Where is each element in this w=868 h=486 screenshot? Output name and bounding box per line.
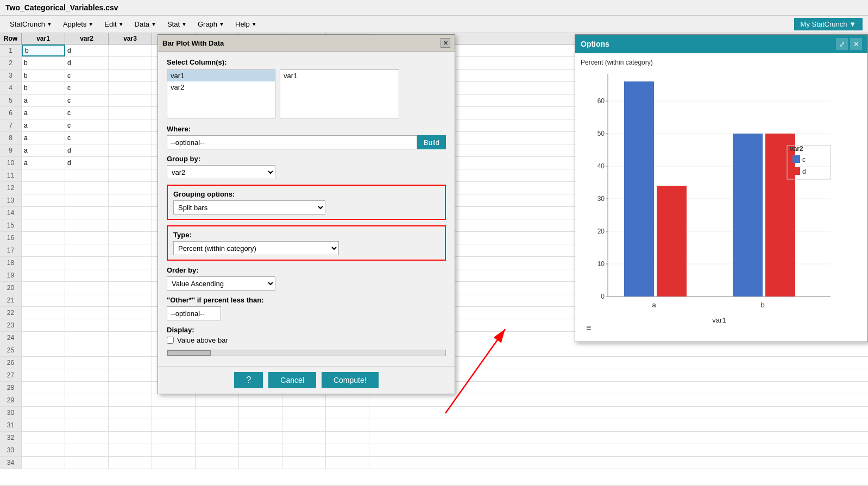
group-by-select[interactable]: var2: [167, 165, 275, 179]
menu-statcrunch[interactable]: StatCrunch ▼: [5, 18, 56, 30]
cell-other[interactable]: [109, 182, 152, 194]
cell-var2[interactable]: [65, 332, 109, 344]
cell-other[interactable]: [326, 457, 369, 469]
cell-var1[interactable]: [22, 344, 65, 356]
cell-other[interactable]: [326, 419, 369, 431]
help-button[interactable]: ?: [234, 372, 263, 388]
menu-applets[interactable]: Applets ▼: [59, 18, 98, 30]
cell-other[interactable]: [239, 432, 282, 444]
cell-var2[interactable]: [65, 294, 109, 306]
cell-var2[interactable]: d: [65, 45, 109, 56]
cell-other[interactable]: [196, 457, 239, 469]
cell-var1[interactable]: [22, 244, 65, 256]
value-above-bar-checkbox[interactable]: [167, 337, 174, 344]
cell-other[interactable]: [109, 82, 152, 94]
cell-other[interactable]: [109, 194, 152, 206]
cell-var2[interactable]: [65, 419, 109, 431]
cell-other[interactable]: [109, 382, 152, 394]
cell-other[interactable]: [109, 344, 152, 356]
cell-other[interactable]: [109, 107, 152, 119]
cell-other[interactable]: [109, 219, 152, 231]
cell-other[interactable]: [109, 119, 152, 131]
cell-var2[interactable]: c: [65, 70, 109, 81]
cell-other[interactable]: [109, 144, 152, 156]
cell-other[interactable]: [196, 444, 239, 456]
cell-var2[interactable]: d: [65, 57, 109, 69]
cell-var1[interactable]: [22, 357, 65, 369]
cell-var1[interactable]: [22, 169, 65, 181]
cell-other[interactable]: [109, 307, 152, 319]
cell-var1[interactable]: [22, 332, 65, 344]
cell-var1[interactable]: [22, 407, 65, 419]
cell-var2[interactable]: [65, 432, 109, 444]
cell-other[interactable]: [109, 394, 152, 406]
cell-var2[interactable]: c: [65, 107, 109, 119]
cell-var1[interactable]: [22, 219, 65, 231]
cell-var2[interactable]: c: [65, 119, 109, 131]
cell-var1[interactable]: [22, 232, 65, 244]
cell-other[interactable]: [109, 319, 152, 331]
cell-other[interactable]: [152, 419, 196, 431]
cell-other[interactable]: [152, 394, 196, 406]
cell-other[interactable]: [109, 57, 152, 69]
cell-other[interactable]: [282, 432, 326, 444]
cell-var1[interactable]: [22, 282, 65, 294]
cell-var1[interactable]: [22, 369, 65, 381]
cell-other[interactable]: [109, 244, 152, 256]
cell-var2[interactable]: [65, 357, 109, 369]
cell-other[interactable]: [152, 432, 196, 444]
type-select[interactable]: Frequency Relative Frequency Percent Per…: [173, 241, 339, 255]
cell-other[interactable]: [109, 282, 152, 294]
cell-other[interactable]: [109, 369, 152, 381]
other-percent-input[interactable]: [167, 306, 221, 320]
cell-var1[interactable]: a: [22, 157, 65, 169]
grouping-options-select[interactable]: Split bars Stacked bars 100% stacked: [173, 200, 325, 214]
cell-var1[interactable]: [22, 419, 65, 431]
column-item-var1[interactable]: var1: [167, 70, 275, 81]
menu-help[interactable]: Help ▼: [231, 18, 261, 30]
cell-other[interactable]: [282, 394, 326, 406]
selected-column-var1[interactable]: var1: [280, 70, 399, 81]
cell-other[interactable]: [109, 70, 152, 81]
cell-var1[interactable]: [22, 457, 65, 469]
cell-other[interactable]: [239, 457, 282, 469]
cell-var2[interactable]: [65, 182, 109, 194]
cell-var1[interactable]: [22, 182, 65, 194]
cell-var2[interactable]: [65, 444, 109, 456]
order-by-select[interactable]: Value Ascending Value Descending Label A…: [167, 276, 275, 291]
cell-var2[interactable]: [65, 369, 109, 381]
cell-other[interactable]: [326, 444, 369, 456]
cell-var1[interactable]: [22, 432, 65, 444]
cell-var2[interactable]: [65, 269, 109, 281]
cell-other[interactable]: [152, 407, 196, 419]
cell-other[interactable]: [109, 207, 152, 219]
cell-other[interactable]: [109, 332, 152, 344]
cell-other[interactable]: [109, 432, 152, 444]
cell-var2[interactable]: [65, 207, 109, 219]
cell-var1[interactable]: [22, 294, 65, 306]
cell-var2[interactable]: [65, 219, 109, 231]
cell-var1[interactable]: a: [22, 132, 65, 144]
cell-other[interactable]: [326, 432, 369, 444]
cell-var2[interactable]: [65, 457, 109, 469]
cell-other[interactable]: [326, 407, 369, 419]
cell-var1[interactable]: a: [22, 119, 65, 131]
cell-var2[interactable]: [65, 282, 109, 294]
dialog-scrollbar[interactable]: [167, 350, 446, 356]
cell-other[interactable]: [282, 444, 326, 456]
cell-other[interactable]: [196, 394, 239, 406]
cell-var2[interactable]: [65, 232, 109, 244]
cell-var1[interactable]: [22, 257, 65, 269]
cell-var1[interactable]: [22, 319, 65, 331]
cell-other[interactable]: [282, 457, 326, 469]
cell-other[interactable]: [196, 407, 239, 419]
cell-other[interactable]: [109, 419, 152, 431]
cell-var2[interactable]: [65, 382, 109, 394]
cell-other[interactable]: [326, 394, 369, 406]
cell-other[interactable]: [196, 432, 239, 444]
column-item-var2[interactable]: var2: [167, 81, 275, 93]
cell-other[interactable]: [282, 419, 326, 431]
cell-other[interactable]: [239, 419, 282, 431]
cell-var2[interactable]: [65, 319, 109, 331]
cell-var2[interactable]: [65, 394, 109, 406]
